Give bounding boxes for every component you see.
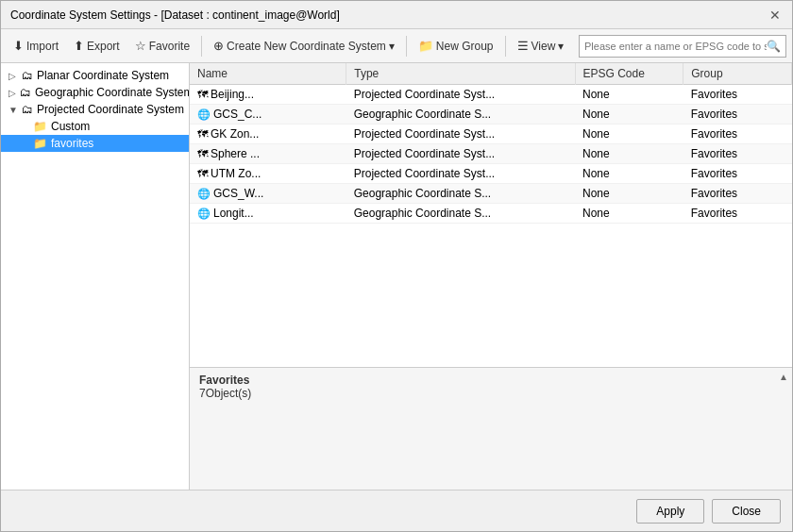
- col-header-epsg[interactable]: EPSG Code: [575, 63, 683, 85]
- cell-epsg: None: [575, 125, 683, 144]
- row-icon: 🗺: [197, 128, 208, 140]
- table-row[interactable]: 🗺Beijing... Projected Coordinate Syst...…: [190, 85, 792, 105]
- separator-2: [406, 36, 407, 57]
- row-icon: 🗺: [197, 148, 208, 159]
- cell-name: 🗺UTM Zo...: [190, 164, 346, 184]
- tree-item-label: Custom: [51, 120, 90, 133]
- cell-name: 🌐GCS_W...: [190, 184, 346, 204]
- cell-type: Projected Coordinate Syst...: [346, 144, 575, 164]
- row-icon: 🌐: [197, 188, 211, 199]
- export-icon: ⬆: [74, 39, 84, 53]
- star-icon: ☆: [135, 39, 146, 53]
- view-dropdown-icon: ▾: [558, 40, 564, 53]
- tree-item-custom[interactable]: 📁 Custom: [1, 118, 189, 135]
- info-label: Favorites: [199, 374, 783, 387]
- col-header-group[interactable]: Group: [683, 63, 792, 85]
- cell-name: 🗺Sphere ...: [190, 144, 346, 164]
- tree-item-label: Projected Coordinate System: [37, 103, 184, 116]
- separator-1: [201, 36, 202, 57]
- main-window: Coordinate System Settings - [Dataset : …: [0, 0, 793, 532]
- table-row[interactable]: 🗺Sphere ... Projected Coordinate Syst...…: [190, 144, 792, 164]
- search-icon: 🔍: [767, 40, 781, 53]
- row-icon: 🌐: [197, 108, 211, 120]
- close-button[interactable]: Close: [712, 499, 781, 524]
- cell-group: Favorites: [683, 105, 792, 125]
- toggle-icon: ▼: [8, 105, 18, 115]
- new-group-button[interactable]: 📁 New Group: [412, 35, 500, 57]
- cell-group: Favorites: [683, 184, 792, 204]
- table-header-row: Name Type EPSG Code Group: [190, 63, 792, 85]
- folder-icon: 🗂: [22, 69, 33, 82]
- folder-add-icon: 📁: [418, 39, 433, 53]
- window-title: Coordinate System Settings - [Dataset : …: [10, 8, 340, 22]
- cell-epsg: None: [575, 144, 683, 164]
- search-input[interactable]: [584, 41, 767, 52]
- cell-epsg: None: [575, 85, 683, 105]
- toolbar: ⬇ Import ⬆ Export ☆ Favorite ⊕ Create Ne…: [1, 29, 792, 63]
- coordinate-table: Name Type EPSG Code Group 🗺Beijing... Pr…: [190, 63, 792, 224]
- col-header-name[interactable]: Name: [190, 63, 346, 85]
- cell-group: Favorites: [683, 204, 792, 224]
- tree-item-label: Planar Coordinate System: [37, 69, 169, 82]
- cell-type: Geographic Coordinate S...: [346, 105, 575, 125]
- tree-item-planar[interactable]: ▷ 🗂 Planar Coordinate System: [1, 67, 189, 84]
- footer: Apply Close: [1, 490, 792, 531]
- cell-type: Projected Coordinate Syst...: [346, 85, 575, 105]
- row-icon: 🗺: [197, 168, 208, 179]
- import-icon: ⬇: [13, 39, 24, 53]
- search-box: 🔍: [579, 35, 786, 58]
- import-button[interactable]: ⬇ Import: [7, 35, 65, 57]
- export-button[interactable]: ⬆ Export: [67, 35, 127, 57]
- cell-type: Geographic Coordinate S...: [346, 184, 575, 204]
- tree-item-label: Geographic Coordinate System: [35, 86, 190, 99]
- tree-item-projected[interactable]: ▼ 🗂 Projected Coordinate System: [1, 101, 189, 118]
- toggle-icon: ▷: [8, 71, 18, 81]
- tree-item-label: favorites: [51, 137, 93, 150]
- create-coordinate-button[interactable]: ⊕ Create New Coordinate System ▾: [207, 35, 401, 57]
- tree-item-geographic[interactable]: ▷ 🗂 Geographic Coordinate System: [1, 84, 189, 101]
- cell-name: 🌐GCS_C...: [190, 105, 346, 125]
- cell-epsg: None: [575, 164, 683, 184]
- cell-epsg: None: [575, 184, 683, 204]
- table-container: Name Type EPSG Code Group 🗺Beijing... Pr…: [190, 63, 792, 367]
- toggle-icon: ▷: [8, 88, 16, 98]
- view-button[interactable]: ☰ View ▾: [511, 35, 571, 57]
- cell-name: 🌐Longit...: [190, 204, 346, 224]
- table-row[interactable]: 🌐GCS_C... Geographic Coordinate S... Non…: [190, 105, 792, 125]
- info-panel: ▲ Favorites 7Object(s): [190, 367, 792, 490]
- row-icon: 🌐: [197, 208, 211, 219]
- separator-3: [505, 36, 506, 57]
- cell-group: Favorites: [683, 125, 792, 144]
- folder-icon: 🗂: [22, 103, 33, 116]
- table-row[interactable]: 🌐Longit... Geographic Coordinate S... No…: [190, 204, 792, 224]
- cell-epsg: None: [575, 204, 683, 224]
- folder-icon: 📁: [33, 120, 47, 133]
- cell-group: Favorites: [683, 164, 792, 184]
- cell-type: Projected Coordinate Syst...: [346, 125, 575, 144]
- create-icon: ⊕: [213, 39, 224, 53]
- info-count: 7Object(s): [199, 387, 783, 400]
- apply-button[interactable]: Apply: [636, 499, 704, 524]
- folder-icon: 📁: [33, 137, 47, 150]
- cell-epsg: None: [575, 105, 683, 125]
- scroll-up-icon[interactable]: ▲: [779, 372, 788, 382]
- close-window-button[interactable]: ✕: [768, 8, 783, 23]
- cell-group: Favorites: [683, 144, 792, 164]
- cell-type: Geographic Coordinate S...: [346, 204, 575, 224]
- right-panel: Name Type EPSG Code Group 🗺Beijing... Pr…: [190, 63, 792, 490]
- dropdown-arrow-icon: ▾: [389, 40, 395, 53]
- table-row[interactable]: 🌐GCS_W... Geographic Coordinate S... Non…: [190, 184, 792, 204]
- view-icon: ☰: [517, 39, 529, 53]
- cell-name: 🗺GK Zon...: [190, 125, 346, 144]
- cell-name: 🗺Beijing...: [190, 85, 346, 105]
- table-row[interactable]: 🗺GK Zon... Projected Coordinate Syst... …: [190, 125, 792, 144]
- favorite-button[interactable]: ☆ Favorite: [128, 35, 196, 57]
- col-header-type[interactable]: Type: [346, 63, 575, 85]
- tree-item-favorites[interactable]: 📁 favorites: [1, 135, 189, 152]
- table-row[interactable]: 🗺UTM Zo... Projected Coordinate Syst... …: [190, 164, 792, 184]
- row-icon: 🗺: [197, 89, 208, 100]
- title-bar: Coordinate System Settings - [Dataset : …: [1, 1, 792, 29]
- tree-panel: ▷ 🗂 Planar Coordinate System ▷ 🗂 Geograp…: [1, 63, 190, 490]
- cell-group: Favorites: [683, 85, 792, 105]
- folder-icon: 🗂: [20, 86, 31, 99]
